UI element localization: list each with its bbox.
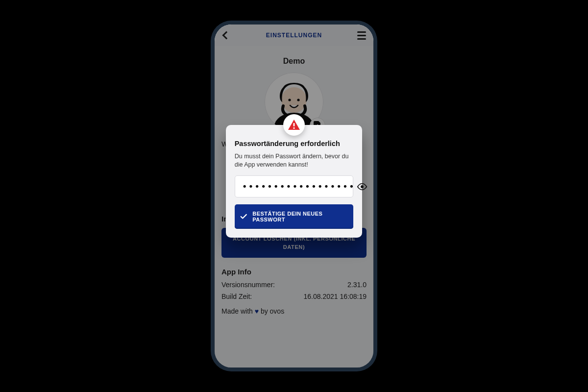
device-frame: EINSTELLUNGEN Demo [211, 21, 377, 371]
svg-point-5 [293, 127, 294, 128]
dialog-container: Passwortänderung erforderlich Du musst d… [226, 125, 363, 238]
confirm-button-label: BESTÄTIGE DEIN NEUES PASSWORT [252, 211, 348, 222]
dialog-body: Du musst dein Passwort ändern, bevor du … [235, 152, 354, 169]
password-field[interactable] [235, 175, 354, 197]
svg-point-6 [361, 185, 364, 188]
dialog-title: Passwortänderung erforderlich [235, 140, 354, 147]
alert-triangle-icon [288, 119, 300, 131]
screen: EINSTELLUNGEN Demo [215, 24, 373, 368]
toggle-visibility-button[interactable] [357, 181, 368, 192]
password-change-dialog: Passwortänderung erforderlich Du musst d… [226, 125, 363, 238]
svg-rect-4 [294, 123, 295, 126]
eye-icon [357, 181, 368, 192]
modal-overlay: Passwortänderung erforderlich Du musst d… [215, 24, 373, 368]
dialog-alert-badge [283, 114, 305, 136]
confirm-password-button[interactable]: BESTÄTIGE DEIN NEUES PASSWORT [235, 204, 354, 229]
password-input[interactable] [241, 181, 357, 192]
check-icon [240, 212, 248, 221]
